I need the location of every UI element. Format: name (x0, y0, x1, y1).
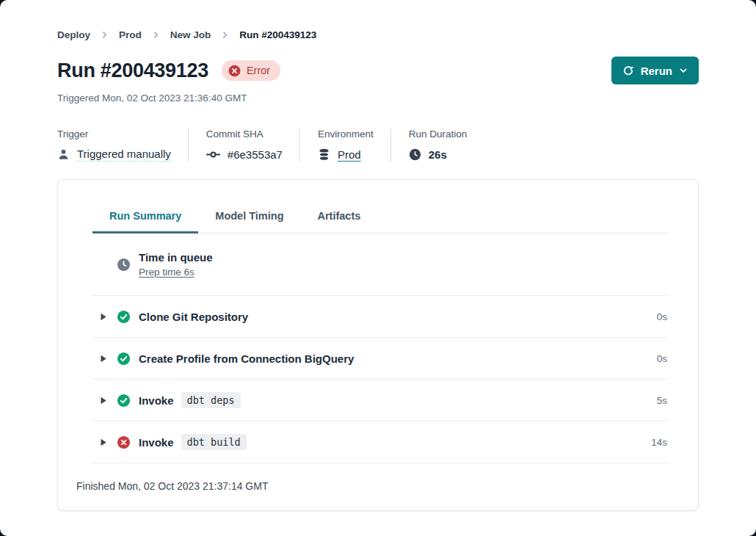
commit-icon (206, 150, 220, 159)
database-icon (318, 148, 330, 161)
step-row-dbt-deps: Invoke dbt deps 5s (92, 380, 667, 421)
step-command-chip: dbt deps (181, 392, 241, 408)
chevron-down-icon (679, 66, 688, 75)
queue-row: Time in queue Prep time 6s (92, 233, 667, 296)
step-duration: 5s (657, 395, 667, 406)
breadcrumb-prod[interactable]: Prod (119, 29, 142, 40)
commit-sha-value: #6e3553a7 (228, 148, 283, 161)
breadcrumb-deploy[interactable]: Deploy (57, 29, 90, 40)
expand-caret-icon[interactable] (100, 312, 108, 322)
person-icon (57, 148, 70, 161)
rerun-button[interactable]: Rerun (611, 57, 699, 84)
expand-caret-icon[interactable] (100, 354, 108, 363)
tab-artifacts[interactable]: Artifacts (301, 209, 378, 233)
step-row-clone-git: Clone Git Repository 0s (92, 296, 667, 338)
check-circle-icon (117, 310, 131, 324)
step-row-create-profile: Create Profile from Connection BigQuery … (92, 338, 667, 380)
page-header: Deploy Prod New Job Run #200439123 Run #… (0, 0, 756, 162)
meta-commit-sha: Commit SHA #6e3553a7 (206, 128, 300, 162)
meta-environment-label: Environment (318, 128, 374, 140)
title-row: Run #200439123 Error Rerun (57, 57, 699, 84)
chevron-right-icon (221, 31, 229, 39)
x-circle-icon (117, 435, 131, 449)
error-status-badge: Error (222, 60, 280, 81)
step-label: Clone Git Repository (139, 311, 248, 323)
expand-caret-icon[interactable] (100, 438, 108, 447)
run-metadata-row: Trigger Triggered manually Commit SHA #6… (57, 128, 699, 162)
page-title: Run #200439123 (57, 59, 208, 82)
chevron-right-icon (152, 31, 160, 39)
breadcrumb-current-run: Run #200439123 (239, 29, 316, 40)
step-duration: 0s (657, 311, 667, 322)
meta-environment: Environment Prod (318, 128, 391, 162)
step-row-dbt-build: Invoke dbt build 14s (92, 421, 667, 463)
queue-title: Time in queue (139, 251, 213, 264)
step-duration: 14s (651, 437, 667, 448)
run-detail-page: Deploy Prod New Job Run #200439123 Run #… (0, 0, 756, 536)
check-circle-icon (117, 352, 131, 366)
breadcrumb-new-job[interactable]: New Job (170, 29, 211, 40)
step-label: Create Profile from Connection BigQuery (139, 352, 354, 365)
clock-icon (409, 148, 421, 161)
tab-model-timing[interactable]: Model Timing (198, 209, 300, 233)
meta-trigger-label: Trigger (57, 128, 171, 140)
step-duration: 0s (657, 353, 667, 364)
finished-timestamp: Finished Mon, 02 Oct 2023 21:37:14 GMT (58, 463, 698, 510)
step-label: Invoke (139, 436, 174, 449)
environment-link[interactable]: Prod (338, 148, 361, 161)
status-badge-label: Error (247, 64, 270, 77)
refresh-icon (622, 65, 634, 76)
tab-bar: Run Summary Model Timing Artifacts (92, 209, 667, 233)
chevron-right-icon (101, 31, 109, 39)
tab-run-summary[interactable]: Run Summary (92, 209, 198, 233)
meta-duration-label: Run Duration (409, 128, 468, 140)
step-list: Time in queue Prep time 6s Clone Git Rep… (92, 233, 667, 463)
rerun-button-label: Rerun (641, 65, 672, 77)
triggered-timestamp: Triggered Mon, 02 Oct 2023 21:36:40 GMT (57, 93, 699, 104)
breadcrumb: Deploy Prod New Job Run #200439123 (57, 29, 699, 40)
step-label: Invoke (139, 394, 174, 407)
trigger-value: Triggered manually (77, 148, 171, 162)
queue-clock-icon (117, 258, 131, 272)
check-circle-icon (117, 394, 131, 408)
error-circle-icon (228, 65, 241, 77)
prep-time-link[interactable]: Prep time 6s (139, 267, 213, 278)
step-command-chip: dbt build (181, 434, 247, 450)
meta-commit-label: Commit SHA (206, 128, 283, 140)
meta-run-duration: Run Duration 26s (409, 128, 484, 162)
meta-trigger: Trigger Triggered manually (57, 128, 189, 162)
run-summary-card: Run Summary Model Timing Artifacts Time … (57, 179, 699, 511)
expand-caret-icon[interactable] (100, 396, 108, 405)
run-duration-value: 26s (429, 148, 447, 161)
